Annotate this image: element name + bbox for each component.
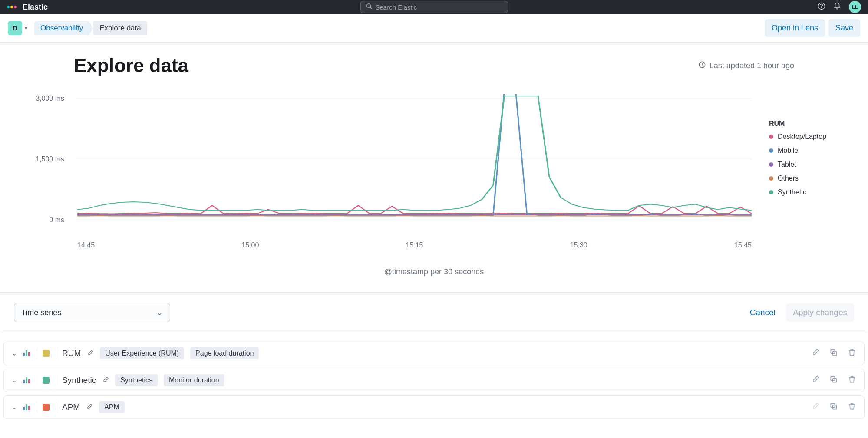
page-title: Explore data xyxy=(74,55,188,76)
series-tag[interactable]: User Experience (RUM) xyxy=(100,347,184,359)
config-panel: Time series ⌄ Cancel Apply changes ⌄ RUM… xyxy=(0,292,868,428)
pencil-icon[interactable] xyxy=(102,376,109,385)
bell-icon[interactable] xyxy=(833,2,841,12)
series-tag[interactable]: Synthetics xyxy=(115,374,158,386)
legend-dot-icon xyxy=(769,190,773,194)
legend-item[interactable]: Tablet xyxy=(769,161,847,168)
series-name: APM xyxy=(62,402,80,412)
global-search[interactable]: Search Elastic xyxy=(360,1,508,13)
pencil-icon[interactable] xyxy=(811,375,820,386)
svg-line-1 xyxy=(370,7,372,9)
pencil-icon[interactable] xyxy=(811,402,820,413)
series-name: Synthetic xyxy=(62,375,96,385)
save-button[interactable]: Save xyxy=(828,19,860,37)
svg-point-0 xyxy=(366,4,370,8)
chart-series-line xyxy=(77,96,752,210)
legend-label: Tablet xyxy=(778,161,796,168)
chart-legend: RUM Desktop/LaptopMobileTabletOthersSynt… xyxy=(752,94,847,237)
pencil-icon[interactable] xyxy=(86,403,93,412)
legend-item[interactable]: Others xyxy=(769,175,847,182)
last-updated: Last updated 1 hour ago xyxy=(698,61,794,71)
series-color-swatch[interactable] xyxy=(43,404,50,411)
series-tag[interactable]: Page load duration xyxy=(190,347,259,359)
search-icon xyxy=(366,3,372,11)
svg-point-3 xyxy=(822,7,822,8)
chevron-down-icon[interactable]: ⌄ xyxy=(12,350,17,357)
top-bar: Elastic Search Elastic LL xyxy=(0,0,868,14)
x-tick: 15:00 xyxy=(241,241,259,249)
legend-label: Others xyxy=(778,175,799,182)
trash-icon[interactable] xyxy=(848,402,856,413)
trash-icon[interactable] xyxy=(848,375,856,386)
legend-label: Synthetic xyxy=(778,188,806,196)
breadcrumb-explore-data: Explore data xyxy=(93,21,147,35)
legend-label: Mobile xyxy=(778,147,798,155)
series-row: ⌄ APM APM xyxy=(3,395,865,419)
y-tick: 1,500 ms xyxy=(12,155,64,163)
brand-name: Elastic xyxy=(23,3,48,12)
bar-chart-icon xyxy=(23,350,30,356)
trash-icon[interactable] xyxy=(848,348,856,359)
chart-series-line xyxy=(77,214,752,215)
x-tick: 15:45 xyxy=(734,241,752,249)
bar-chart-icon xyxy=(23,377,30,383)
copy-icon[interactable] xyxy=(829,375,838,386)
legend-label: Desktop/Laptop xyxy=(778,133,826,141)
x-axis-title: @timestamp per 30 seconds xyxy=(10,267,858,277)
help-icon[interactable] xyxy=(818,2,825,12)
time-series-chart[interactable]: 3,000 ms 1,500 ms 0 ms 14:4515:0015:1515… xyxy=(21,94,752,237)
legend-dot-icon xyxy=(769,176,773,181)
chevron-down-icon: ▾ xyxy=(25,25,27,31)
viz-type-value: Time series xyxy=(21,308,61,317)
cancel-button[interactable]: Cancel xyxy=(750,308,776,317)
clock-icon xyxy=(698,61,706,71)
chevron-down-icon: ⌄ xyxy=(156,308,163,317)
logo-icon xyxy=(7,6,17,8)
copy-icon[interactable] xyxy=(829,348,838,359)
series-name: RUM xyxy=(62,349,81,358)
pencil-icon[interactable] xyxy=(87,349,94,358)
series-tag[interactable]: APM xyxy=(99,401,125,413)
sub-bar: D ▾ Observability Explore data Open in L… xyxy=(0,14,868,43)
open-in-lens-button[interactable]: Open in Lens xyxy=(765,19,825,37)
space-selector[interactable]: D xyxy=(8,21,22,35)
apply-changes-button: Apply changes xyxy=(786,303,854,322)
x-tick: 14:45 xyxy=(77,241,95,249)
user-avatar[interactable]: LL xyxy=(849,1,861,13)
chevron-down-icon[interactable]: ⌄ xyxy=(12,404,17,411)
x-tick: 15:30 xyxy=(570,241,587,249)
pencil-icon[interactable] xyxy=(811,348,820,359)
last-updated-text: Last updated 1 hour ago xyxy=(710,61,794,70)
search-placeholder: Search Elastic xyxy=(376,3,417,11)
chart-series-line xyxy=(77,205,752,214)
series-color-swatch[interactable] xyxy=(43,377,50,384)
series-tag[interactable]: Monitor duration xyxy=(164,374,224,386)
y-tick: 3,000 ms xyxy=(12,95,64,102)
legend-item[interactable]: Synthetic xyxy=(769,188,847,196)
series-row: ⌄ Synthetic Synthetics Monitor duration xyxy=(3,369,865,392)
brand-group: Elastic xyxy=(7,3,48,12)
viz-type-select[interactable]: Time series ⌄ xyxy=(14,303,170,322)
legend-title: RUM xyxy=(769,120,847,128)
chart-series-line xyxy=(77,94,752,216)
legend-item[interactable]: Mobile xyxy=(769,147,847,155)
legend-dot-icon xyxy=(769,162,773,167)
bar-chart-icon xyxy=(23,404,30,410)
series-row: ⌄ RUM User Experience (RUM) Page load du… xyxy=(3,342,865,365)
x-tick: 15:15 xyxy=(406,241,423,249)
chart-series-line xyxy=(77,216,752,216)
breadcrumb-observability[interactable]: Observability xyxy=(34,21,89,35)
copy-icon[interactable] xyxy=(829,402,838,413)
breadcrumb: Observability Explore data xyxy=(34,21,147,35)
chevron-down-icon[interactable]: ⌄ xyxy=(12,377,17,384)
series-color-swatch[interactable] xyxy=(43,350,50,357)
legend-dot-icon xyxy=(769,135,773,139)
y-tick: 0 ms xyxy=(12,216,64,224)
legend-dot-icon xyxy=(769,148,773,153)
legend-item[interactable]: Desktop/Laptop xyxy=(769,133,847,141)
